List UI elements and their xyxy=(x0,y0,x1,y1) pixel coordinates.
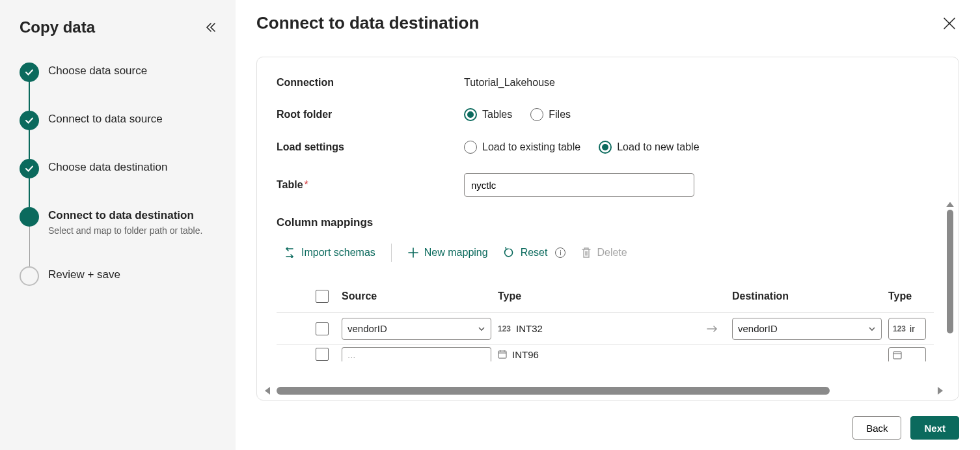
destination-column-select[interactable]: vendorID xyxy=(732,318,882,340)
source-column-select[interactable]: vendorID xyxy=(342,318,491,340)
header-source: Source xyxy=(342,290,498,302)
step-label: Connect to data destination xyxy=(48,209,202,222)
root-folder-radio-group: Tables Files xyxy=(464,108,571,121)
step-label: Connect to data source xyxy=(48,113,163,126)
import-icon xyxy=(283,247,296,258)
scroll-thumb[interactable] xyxy=(947,210,953,333)
number-type-icon: 123 xyxy=(893,324,906,333)
source-column-select[interactable]: ... xyxy=(342,347,491,361)
page-title: Connect to data destination xyxy=(256,13,479,33)
wizard-sidebar: Copy data Choose data source Connect to … xyxy=(0,0,236,450)
connection-label: Connection xyxy=(277,77,464,89)
table-header-row: Source Type Destination Type xyxy=(277,280,934,313)
trash-icon xyxy=(581,247,592,259)
radio-checked-icon xyxy=(464,108,477,121)
back-button[interactable]: Back xyxy=(852,416,901,440)
table-name-label: Table* xyxy=(277,179,464,191)
select-all-checkbox[interactable] xyxy=(316,290,329,303)
delete-button: Delete xyxy=(581,247,627,259)
load-settings-label: Load settings xyxy=(277,141,464,153)
step-label: Choose data destination xyxy=(48,161,167,174)
load-settings-radio-group: Load to existing table Load to new table xyxy=(464,141,700,154)
table-name-input[interactable] xyxy=(464,173,694,197)
source-type-cell: 123 INT32 xyxy=(498,323,693,334)
chevron-down-icon xyxy=(868,325,876,333)
vertical-scrollbar[interactable] xyxy=(946,202,955,401)
mapping-row: ... INT96 xyxy=(277,345,934,363)
svg-rect-0 xyxy=(498,351,506,358)
column-mappings-title: Column mappings xyxy=(277,216,943,229)
header-type: Type xyxy=(498,290,693,302)
sidebar-title: Copy data xyxy=(20,18,95,36)
info-icon[interactable]: i xyxy=(555,247,565,258)
number-type-icon: 123 xyxy=(498,324,511,333)
step-description: Select and map to folder path or table. xyxy=(48,225,202,238)
radio-unchecked-icon xyxy=(464,141,477,154)
wizard-steps: Choose data source Connect to data sourc… xyxy=(20,63,220,286)
scroll-right-icon xyxy=(938,387,943,395)
plus-icon xyxy=(407,247,419,259)
root-folder-files-option[interactable]: Files xyxy=(530,108,571,121)
header-destination: Destination xyxy=(732,290,888,302)
scroll-thumb[interactable] xyxy=(277,387,830,395)
row-checkbox[interactable] xyxy=(316,348,329,361)
mapping-row: vendorID 123 INT32 vendorID xyxy=(277,313,934,345)
datetime-type-icon xyxy=(893,350,902,359)
source-type-cell: INT96 xyxy=(498,349,693,360)
reset-icon xyxy=(504,247,515,259)
current-step-marker xyxy=(20,207,39,227)
step-choose-data-source[interactable]: Choose data source xyxy=(20,63,220,111)
step-choose-data-destination[interactable]: Choose data destination xyxy=(20,159,220,207)
check-icon xyxy=(20,159,39,178)
horizontal-scrollbar[interactable] xyxy=(265,386,943,396)
destination-type-select[interactable]: 123 ir xyxy=(888,318,926,340)
load-new-option[interactable]: Load to new table xyxy=(599,141,699,154)
wizard-footer: Back Next xyxy=(256,401,959,440)
step-label: Choose data source xyxy=(48,64,147,77)
import-schemas-button[interactable]: Import schemas xyxy=(283,247,375,259)
header-desttype: Type xyxy=(888,290,934,302)
column-mappings-table: Source Type Destination Type vendorID 12… xyxy=(277,280,934,363)
load-existing-option[interactable]: Load to existing table xyxy=(464,141,580,154)
new-mapping-button[interactable]: New mapping xyxy=(407,247,488,259)
connection-value: Tutorial_Lakehouse xyxy=(464,77,555,89)
chevron-down-icon xyxy=(478,325,485,333)
step-review-save[interactable]: Review + save xyxy=(20,266,220,286)
check-icon xyxy=(20,63,39,82)
destination-form-card: Connection Tutorial_Lakehouse Root folde… xyxy=(256,57,959,401)
check-icon xyxy=(20,111,39,130)
reset-button[interactable]: Reset i xyxy=(504,247,566,259)
root-folder-tables-option[interactable]: Tables xyxy=(464,108,512,121)
collapse-sidebar-button[interactable] xyxy=(202,18,220,36)
svg-rect-1 xyxy=(893,352,901,359)
step-connect-data-source[interactable]: Connect to data source xyxy=(20,111,220,159)
row-checkbox[interactable] xyxy=(316,322,329,335)
future-step-marker xyxy=(20,266,39,286)
toolbar-divider xyxy=(391,244,392,262)
root-folder-label: Root folder xyxy=(277,109,464,120)
datetime-type-icon xyxy=(498,350,507,359)
scroll-left-icon xyxy=(265,387,270,395)
step-connect-data-destination[interactable]: Connect to data destination Select and m… xyxy=(20,207,220,266)
radio-checked-icon xyxy=(599,141,612,154)
main-panel: Connect to data destination Connection T… xyxy=(236,0,980,450)
close-button[interactable] xyxy=(940,14,959,33)
arrow-right-icon xyxy=(706,324,719,333)
radio-unchecked-icon xyxy=(530,108,543,121)
step-label: Review + save xyxy=(48,268,120,281)
next-button[interactable]: Next xyxy=(910,416,959,440)
scroll-up-icon xyxy=(946,202,954,207)
mappings-toolbar: Import schemas New mapping Reset i Delet… xyxy=(277,244,943,262)
destination-type-select[interactable] xyxy=(888,347,926,361)
